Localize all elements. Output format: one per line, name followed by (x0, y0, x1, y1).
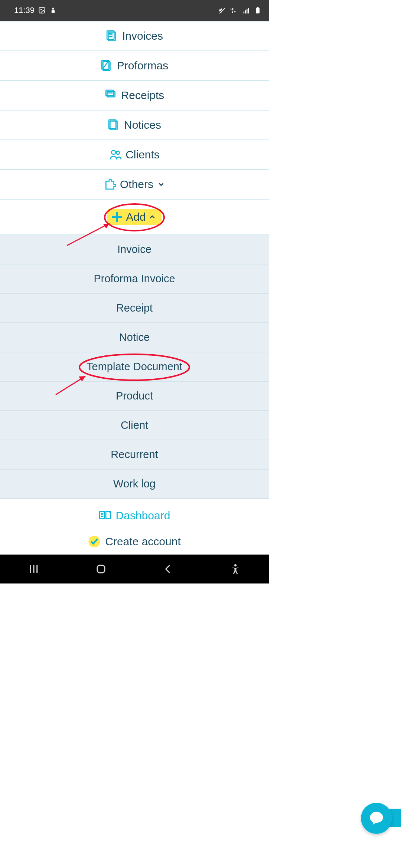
signal-icon (243, 7, 250, 14)
main-nav-list: Invoices Proformas Receipts Notices Clie… (0, 21, 269, 499)
add-item-label: Work log (113, 478, 156, 490)
clients-icon (109, 148, 122, 161)
footer-dashboard[interactable]: Dashboard (0, 503, 269, 529)
receipts-icon (105, 89, 117, 102)
add-item-receipt[interactable]: Receipt (0, 294, 269, 323)
svg-rect-45 (97, 565, 105, 573)
invoices-icon (106, 30, 118, 42)
svg-rect-0 (39, 8, 45, 13)
nav-label: Notices (124, 119, 161, 131)
nav-item-others[interactable]: Others (0, 170, 269, 200)
add-item-label: Template Document (87, 361, 182, 373)
add-item-label: Client (121, 419, 148, 431)
svg-point-1 (40, 9, 42, 10)
nav-label: Others (120, 178, 153, 191)
nav-item-receipts[interactable]: Receipts (0, 81, 269, 111)
battery-icon (254, 7, 261, 14)
add-item-client[interactable]: Client (0, 411, 269, 440)
mute-icon (218, 7, 226, 14)
network-type-icon: H+ (229, 7, 239, 14)
svg-point-46 (234, 564, 236, 566)
footer-label: Dashboard (116, 509, 170, 522)
status-left: 11:39 (14, 6, 57, 15)
status-right: H+ (218, 7, 261, 14)
svg-rect-6 (244, 11, 245, 13)
svg-marker-35 (79, 376, 85, 381)
add-item-label: Proforma Invoice (94, 273, 175, 285)
add-item-proforma[interactable]: Proforma Invoice (0, 264, 269, 294)
back-icon[interactable] (163, 563, 174, 575)
nav-item-add[interactable]: Add (0, 200, 269, 235)
footer-create-account[interactable]: Create account (0, 529, 269, 555)
check-badge-icon (88, 535, 101, 548)
add-item-label: Receipt (116, 302, 153, 314)
home-icon[interactable] (95, 563, 107, 575)
nav-item-invoices[interactable]: Invoices (0, 22, 269, 51)
nav-label: Invoices (122, 30, 163, 42)
proformas-icon (101, 59, 113, 72)
status-bar: 11:39 H+ (0, 0, 269, 21)
svg-rect-11 (257, 7, 259, 8)
add-item-notice[interactable]: Notice (0, 323, 269, 352)
svg-point-27 (116, 151, 120, 154)
nav-label: Clients (125, 148, 160, 161)
add-item-invoice[interactable]: Invoice (0, 235, 269, 264)
svg-rect-9 (248, 8, 249, 13)
add-item-product[interactable]: Product (0, 382, 269, 411)
add-item-label: Notice (119, 331, 150, 343)
android-navbar (0, 555, 269, 583)
nav-label: Receipts (121, 89, 164, 102)
notices-icon (108, 119, 120, 131)
plus-icon (110, 210, 124, 224)
svg-text:H+: H+ (231, 7, 235, 11)
nav-label: Proformas (117, 59, 168, 72)
svg-rect-10 (256, 8, 260, 13)
add-highlight: Add (107, 209, 161, 225)
svg-rect-8 (247, 9, 248, 14)
status-time: 11:39 (14, 6, 35, 15)
dashboard-icon (99, 509, 111, 522)
nav-item-clients[interactable]: Clients (0, 140, 269, 170)
puzzle-icon (104, 178, 116, 191)
nav-item-proformas[interactable]: Proformas (0, 51, 269, 81)
app-status-icon (49, 7, 57, 14)
chevron-down-icon (157, 180, 165, 188)
add-item-template[interactable]: Template Document (0, 352, 269, 382)
svg-point-26 (112, 150, 116, 154)
accessibility-icon[interactable] (230, 563, 241, 575)
footer-area: Dashboard Create account (0, 499, 269, 555)
add-item-label: Product (116, 390, 153, 402)
add-item-label: Invoice (117, 243, 151, 256)
add-item-worklog[interactable]: Work log (0, 470, 269, 499)
svg-rect-7 (245, 10, 246, 13)
nav-label-add: Add (126, 211, 146, 223)
svg-rect-37 (106, 512, 111, 519)
add-item-recurrent[interactable]: Recurrent (0, 440, 269, 470)
nav-item-notices[interactable]: Notices (0, 111, 269, 140)
footer-label: Create account (105, 535, 180, 548)
recents-icon[interactable] (28, 563, 39, 575)
image-icon (38, 7, 46, 14)
add-item-label: Recurrent (111, 448, 158, 461)
chevron-up-icon (148, 213, 156, 221)
svg-point-2 (52, 8, 54, 10)
